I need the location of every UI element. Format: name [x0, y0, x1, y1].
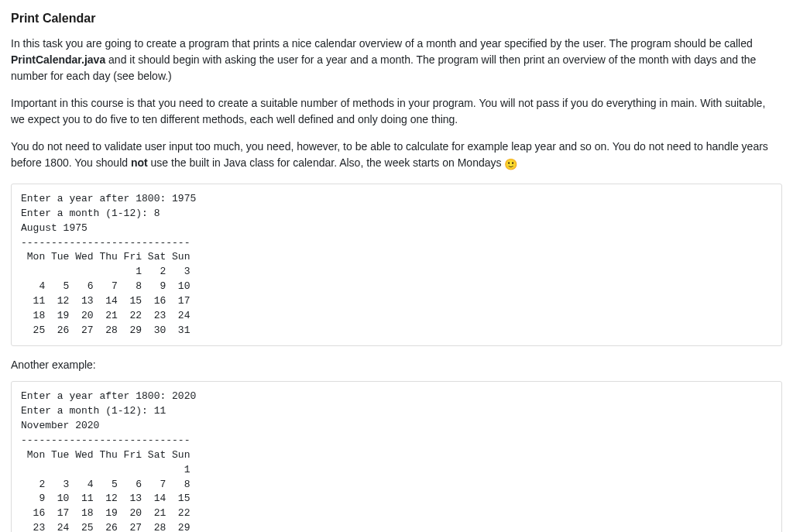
intro-paragraph-3: You do not need to validate user input t…: [11, 139, 782, 173]
page-title: Print Calendar: [11, 9, 782, 28]
program-filename: PrintCalendar.java: [11, 53, 105, 66]
intro-text-post: and it should begin with asking the user…: [11, 53, 756, 82]
para3-post: use the built in Java class for calendar…: [148, 156, 505, 169]
another-example-label: Another example:: [11, 357, 782, 373]
intro-text-pre: In this task you are going to create a p…: [11, 37, 753, 50]
code-example-2: Enter a year after 1800: 2020 Enter a mo…: [11, 381, 782, 532]
para3-not: not: [131, 156, 148, 169]
smile-icon: 🙂: [504, 156, 517, 173]
code-example-1: Enter a year after 1800: 1975 Enter a mo…: [11, 184, 782, 346]
intro-paragraph-2: Important in this course is that you nee…: [11, 95, 782, 128]
intro-paragraph-1: In this task you are going to create a p…: [11, 36, 782, 84]
